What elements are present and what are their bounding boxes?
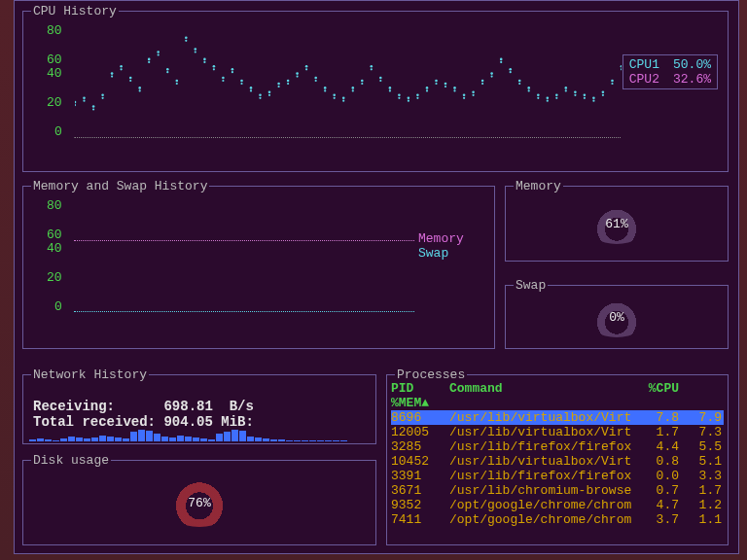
svg-point-56 <box>333 94 336 97</box>
svg-point-111 <box>584 97 586 99</box>
cell-pid: 10452 <box>391 454 449 469</box>
table-row[interactable]: 12005/usr/lib/virtualbox/Virt1.77.3 <box>391 425 724 439</box>
svg-point-115 <box>602 94 604 96</box>
svg-point-117 <box>611 83 613 85</box>
table-row[interactable]: 7411/opt/google/chrome/chrom3.71.1 <box>391 512 724 527</box>
svg-point-96 <box>518 80 521 83</box>
svg-point-68 <box>389 87 392 89</box>
svg-point-105 <box>555 97 557 99</box>
svg-point-103 <box>547 100 549 102</box>
net-bar <box>138 430 145 441</box>
table-row[interactable]: 3671/usr/lib/chromium-browse0.71.7 <box>391 483 724 498</box>
svg-point-18 <box>157 51 160 53</box>
swap-gauge: 0% <box>587 300 647 337</box>
svg-point-61 <box>352 89 354 91</box>
col-command[interactable]: Command <box>449 381 644 396</box>
svg-point-4 <box>92 105 95 108</box>
net-bar <box>146 431 153 441</box>
legend-name: Memory <box>418 231 464 246</box>
svg-point-53 <box>315 80 317 82</box>
panel-title: Processes <box>395 368 467 382</box>
svg-point-33 <box>222 80 224 82</box>
svg-point-47 <box>287 83 289 85</box>
svg-point-60 <box>352 87 355 89</box>
svg-point-93 <box>500 61 502 63</box>
table-row[interactable]: 3391/usr/lib/firefox/firefox0.03.3 <box>391 469 724 483</box>
col-pid[interactable]: PID <box>391 381 449 396</box>
svg-point-10 <box>120 65 123 68</box>
panel-title: Disk usage <box>31 453 111 468</box>
svg-point-3 <box>83 100 85 102</box>
net-bar <box>123 438 129 441</box>
swap-gauge-panel: Swap 0% <box>505 285 729 349</box>
table-row[interactable]: 8696/usr/lib/virtualbox/Virt7.87.9 <box>391 410 724 425</box>
svg-point-11 <box>121 68 123 70</box>
cpu-legend: CPU150.0% CPU232.6% <box>622 54 718 89</box>
sort-indicator[interactable]: %MEM▲ <box>391 396 724 410</box>
panel-title: Swap <box>514 278 548 293</box>
svg-point-89 <box>481 83 483 85</box>
y-tick: 60 <box>47 52 62 67</box>
cell-command: /opt/google/chrome/chrom <box>449 498 644 512</box>
svg-point-99 <box>528 89 530 91</box>
cell-mem: 7.3 <box>679 425 722 439</box>
svg-point-32 <box>222 77 225 80</box>
col-cpu[interactable]: %CPU <box>644 381 679 396</box>
memory-history-panel: Memory and Swap History 80 60 40 20 0 Me… <box>22 186 495 349</box>
cpu-plot <box>75 23 622 138</box>
net-bar <box>255 438 262 441</box>
svg-point-34 <box>231 68 234 71</box>
y-tick: 20 <box>47 95 62 110</box>
svg-point-76 <box>426 87 429 89</box>
svg-point-80 <box>445 83 447 86</box>
svg-point-2 <box>83 96 86 99</box>
cell-mem: 1.1 <box>679 512 722 527</box>
cell-pid: 7411 <box>391 512 449 527</box>
cell-command: /opt/google/chrome/chrom <box>449 512 644 527</box>
memory-gauge-panel: Memory 61% <box>505 186 729 262</box>
svg-point-38 <box>250 87 253 89</box>
net-bar <box>91 438 98 441</box>
network-history-panel: Network History Receiving: 698.81 B/s To… <box>22 374 376 444</box>
cell-pid: 8696 <box>391 410 449 425</box>
svg-point-104 <box>555 94 558 97</box>
cpu-history-panel: CPU History 80 60 40 20 0 CPU150.0% CPU2… <box>22 11 729 172</box>
svg-point-5 <box>92 108 94 110</box>
svg-point-35 <box>231 71 233 73</box>
net-bar <box>76 438 83 441</box>
svg-point-17 <box>148 61 150 63</box>
table-header-row[interactable]: PID Command %CPU <box>391 381 724 396</box>
net-bar <box>239 431 246 441</box>
cell-cpu: 1.7 <box>644 425 679 439</box>
legend-name: Swap <box>418 246 464 261</box>
svg-point-64 <box>371 65 374 68</box>
net-bar <box>340 440 347 441</box>
col-mem[interactable] <box>679 381 722 396</box>
svg-point-110 <box>584 94 587 97</box>
cell-pid: 3391 <box>391 469 449 483</box>
net-bar <box>169 438 176 441</box>
table-row[interactable]: 10452/usr/lib/virtualbox/Virt0.85.1 <box>391 454 724 469</box>
net-bar <box>177 436 184 441</box>
table-row[interactable]: 9352/opt/google/chrome/chrom4.71.2 <box>391 498 724 512</box>
svg-point-90 <box>490 72 493 75</box>
y-tick: 0 <box>54 299 62 314</box>
svg-point-85 <box>463 97 465 99</box>
svg-point-108 <box>574 91 577 94</box>
cell-command: /usr/lib/virtualbox/Virt <box>449 454 644 469</box>
legend-name: CPU2 <box>629 72 659 87</box>
net-receiving: Receiving: 698.81 B/s <box>33 399 254 414</box>
svg-point-92 <box>500 58 503 61</box>
table-row[interactable]: 3285/usr/lib/firefox/firefox4.45.5 <box>391 439 724 454</box>
svg-point-66 <box>379 77 382 80</box>
cell-command: /usr/lib/chromium-browse <box>449 483 644 498</box>
net-bar <box>53 440 59 441</box>
svg-point-114 <box>602 91 605 94</box>
net-bar <box>333 440 339 441</box>
cpu-chart <box>74 23 621 138</box>
svg-point-81 <box>445 86 446 88</box>
process-table[interactable]: PID Command %CPU %MEM▲ 8696/usr/lib/virt… <box>391 381 724 527</box>
svg-point-36 <box>240 80 243 83</box>
svg-point-14 <box>138 87 141 89</box>
svg-point-67 <box>379 80 381 82</box>
